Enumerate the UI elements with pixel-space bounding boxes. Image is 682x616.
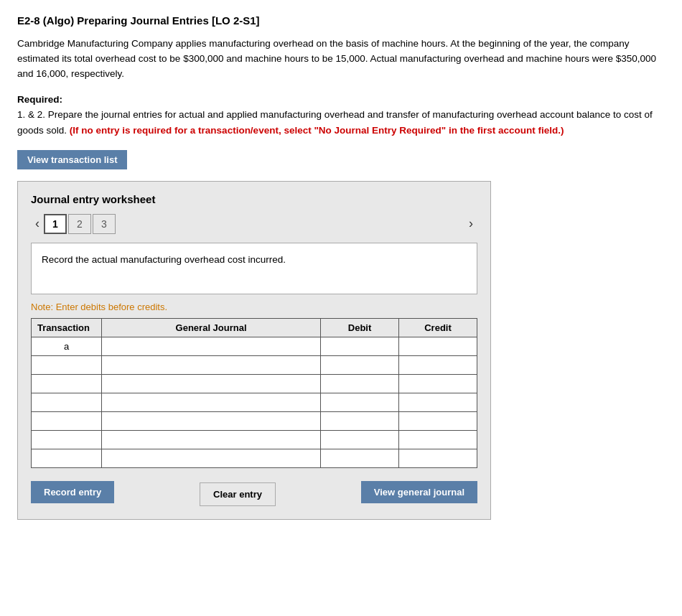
tab-2[interactable]: 2 [68, 214, 91, 234]
debit-input-2[interactable] [321, 356, 398, 374]
journal-input-2[interactable] [102, 356, 320, 374]
col-header-debit: Debit [321, 318, 399, 337]
col-header-credit: Credit [399, 318, 477, 337]
journal-input-3[interactable] [102, 375, 320, 393]
transaction-cell-7 [32, 449, 102, 467]
next-arrow-icon[interactable]: › [464, 215, 477, 233]
debit-input-7[interactable] [321, 449, 398, 467]
credit-cell-1[interactable] [399, 337, 477, 355]
journal-input-1[interactable] [102, 337, 320, 355]
journal-cell-7[interactable] [102, 449, 321, 467]
view-general-journal-button[interactable]: View general journal [361, 481, 477, 503]
transaction-cell-2 [32, 355, 102, 374]
required-label: Required: [17, 94, 62, 105]
debit-cell-6[interactable] [321, 430, 399, 449]
journal-cell-2[interactable] [102, 355, 321, 374]
table-row [32, 355, 477, 374]
worksheet-title: Journal entry worksheet [31, 193, 477, 205]
credit-input-5[interactable] [399, 412, 477, 430]
required-section: Required: 1. & 2. Prepare the journal en… [17, 92, 665, 139]
credit-input-6[interactable] [399, 431, 477, 449]
table-row: a [32, 337, 477, 355]
credit-input-1[interactable] [399, 337, 477, 355]
journal-input-6[interactable] [102, 431, 320, 449]
debit-input-6[interactable] [321, 431, 398, 449]
table-row [32, 449, 477, 467]
record-entry-button[interactable]: Record entry [31, 481, 114, 503]
journal-cell-6[interactable] [102, 430, 321, 449]
credit-input-4[interactable] [399, 393, 477, 411]
clear-entry-button[interactable]: Clear entry [200, 482, 276, 506]
debit-input-5[interactable] [321, 412, 398, 430]
debit-cell-2[interactable] [321, 355, 399, 374]
credit-input-7[interactable] [399, 449, 477, 467]
transaction-cell-6 [32, 430, 102, 449]
button-row: Record entry Clear entry View general jo… [31, 478, 477, 506]
credit-cell-6[interactable] [399, 430, 477, 449]
credit-cell-7[interactable] [399, 449, 477, 467]
tab-3[interactable]: 3 [93, 214, 116, 234]
transaction-cell-1: a [32, 337, 102, 355]
credit-cell-5[interactable] [399, 411, 477, 430]
debit-input-4[interactable] [321, 393, 398, 411]
journal-cell-3[interactable] [102, 374, 321, 393]
journal-cell-1[interactable] [102, 337, 321, 355]
col-header-transaction: Transaction [32, 318, 102, 337]
credit-cell-4[interactable] [399, 393, 477, 411]
debit-cell-4[interactable] [321, 393, 399, 411]
tab-1[interactable]: 1 [44, 214, 67, 234]
journal-input-7[interactable] [102, 449, 320, 467]
prev-arrow-icon[interactable]: ‹ [31, 215, 44, 233]
instruction-box: Record the actual manufacturing overhead… [31, 243, 477, 294]
debit-cell-7[interactable] [321, 449, 399, 467]
debit-input-1[interactable] [321, 337, 398, 355]
transaction-cell-4 [32, 393, 102, 411]
credit-cell-3[interactable] [399, 374, 477, 393]
required-red: (If no entry is required for a transacti… [70, 125, 564, 136]
note-text: Note: Enter debits before credits. [31, 302, 477, 312]
transaction-cell-5 [32, 411, 102, 430]
page-title: E2-8 (Algo) Preparing Journal Entries [L… [17, 14, 665, 27]
table-row [32, 374, 477, 393]
credit-input-2[interactable] [399, 356, 477, 374]
journal-table: Transaction General Journal Debit Credit… [31, 318, 477, 468]
transaction-cell-3 [32, 374, 102, 393]
view-transaction-button[interactable]: View transaction list [17, 150, 127, 169]
intro-text: Cambridge Manufacturing Company applies … [17, 37, 665, 82]
table-row [32, 430, 477, 449]
credit-input-3[interactable] [399, 375, 477, 393]
journal-cell-5[interactable] [102, 411, 321, 430]
col-header-journal: General Journal [102, 318, 321, 337]
clear-button-wrap: Clear entry [114, 478, 361, 506]
table-row [32, 393, 477, 411]
journal-cell-4[interactable] [102, 393, 321, 411]
debit-cell-3[interactable] [321, 374, 399, 393]
debit-cell-1[interactable] [321, 337, 399, 355]
credit-cell-2[interactable] [399, 355, 477, 374]
journal-input-5[interactable] [102, 412, 320, 430]
debit-cell-5[interactable] [321, 411, 399, 430]
tab-row: ‹ 1 2 3 › [31, 214, 477, 234]
journal-input-4[interactable] [102, 393, 320, 411]
journal-entry-worksheet: Journal entry worksheet ‹ 1 2 3 › Record… [17, 181, 491, 520]
table-row [32, 411, 477, 430]
debit-input-3[interactable] [321, 375, 398, 393]
